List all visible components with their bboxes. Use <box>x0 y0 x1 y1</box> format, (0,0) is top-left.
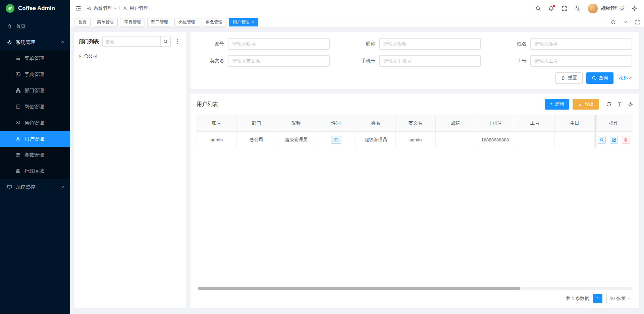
pagination: 共 1 条数据 1 10 条/页 <box>197 294 633 303</box>
notification-button[interactable] <box>548 6 554 11</box>
filter-grid: 账号 昵称 姓名 英文名 <box>198 38 632 67</box>
tabbar-controls <box>611 20 640 25</box>
query-button[interactable]: 查询 <box>586 72 613 84</box>
col-birthday: 生日 <box>555 115 595 132</box>
refresh-table-button[interactable] <box>606 102 611 107</box>
table-row: admin 总公司 超级管理员 男 超级管理员 admin 1888888888… <box>197 132 633 148</box>
sidebar-group-monitor[interactable]: 系统监控 <box>0 179 70 195</box>
col-nickname: 昵称 <box>276 115 316 132</box>
col-operations: 操作 <box>595 115 633 132</box>
tab-role-mgmt[interactable]: 角色管理 <box>202 18 226 26</box>
page: Coffee Admin 首页 系统管理 <box>0 0 644 314</box>
home-icon <box>7 23 12 29</box>
caret-right-icon[interactable] <box>79 55 81 58</box>
export-button[interactable]: 导出 <box>573 99 599 110</box>
col-name: 姓名 <box>356 115 396 132</box>
field-phone: 手机号 <box>349 55 481 67</box>
tab-dept-mgmt[interactable]: 部门管理 <box>147 18 172 26</box>
user-list-header: 用户列表 + 新增 导出 <box>197 99 633 110</box>
work-no-input[interactable] <box>530 55 632 67</box>
divider <box>631 20 631 25</box>
topbar: 系统管理 / 用户管理 <box>70 0 644 17</box>
tab-home[interactable]: 首页 <box>74 18 91 26</box>
collapse-filter-link[interactable]: 收起 <box>619 75 632 81</box>
menu-fold-button[interactable] <box>75 5 82 11</box>
more-options-icon[interactable]: ⋮ <box>174 38 181 45</box>
name-input[interactable] <box>530 38 632 50</box>
row-height-button[interactable] <box>617 102 622 107</box>
close-icon[interactable]: × <box>252 20 254 24</box>
app-logo: Coffee Admin <box>0 0 70 17</box>
account-input[interactable] <box>228 38 330 50</box>
field-work-no: 工号 <box>500 55 632 67</box>
tree-node-root[interactable]: 总公司 <box>79 52 181 61</box>
sidebar-item-region-mgmt[interactable]: 行政区域 <box>0 163 70 179</box>
gender-badge: 男 <box>331 136 341 144</box>
department-panel-header: 部门列表 ⋮ <box>79 37 181 47</box>
breadcrumb-system[interactable]: 系统管理 <box>87 5 116 11</box>
sidebar-item-param-mgmt[interactable]: 参数管理 <box>0 147 70 163</box>
english-name-input[interactable] <box>228 55 330 67</box>
badge-icon <box>15 104 21 109</box>
tab-menu-mgmt[interactable]: 菜单管理 <box>93 18 118 26</box>
sidebar-item-dict-mgmt[interactable]: 字典管理 <box>0 66 70 82</box>
table-empty-space <box>197 148 633 287</box>
nickname-input[interactable] <box>379 38 481 50</box>
cell-nickname: 超级管理员 <box>276 132 316 148</box>
sidebar-item-user-mgmt[interactable]: 用户管理 <box>0 131 70 147</box>
chevron-down-icon <box>628 297 630 299</box>
page-1-button[interactable]: 1 <box>593 294 602 303</box>
main-area: 系统管理 / 用户管理 <box>70 0 644 314</box>
breadcrumb-separator: / <box>119 6 120 11</box>
settings-button[interactable] <box>632 6 637 11</box>
sidebar-item-menu-mgmt[interactable]: 菜单管理 <box>0 50 70 66</box>
field-nickname: 昵称 <box>349 38 481 50</box>
department-search-button[interactable] <box>160 37 170 46</box>
col-gender: 性别 <box>316 115 356 132</box>
col-english-name: 英文名 <box>395 115 435 132</box>
reset-button[interactable]: 重置 <box>555 72 583 84</box>
cell-email <box>435 132 475 148</box>
user-menu[interactable]: 超级管理员 <box>588 4 624 13</box>
content-fullscreen-button[interactable] <box>635 20 640 25</box>
col-email: 邮箱 <box>435 115 475 132</box>
chevron-up-icon <box>61 41 64 44</box>
sidebar-item-role-mgmt[interactable]: 角色管理 <box>0 115 70 131</box>
cell-birthday <box>555 132 595 148</box>
sidebar-group-system[interactable]: 系统管理 <box>0 34 70 50</box>
sidebar-item-post-mgmt[interactable]: 岗位管理 <box>0 99 70 115</box>
field-english-name: 英文名 <box>198 55 330 67</box>
tab-dict-mgmt[interactable]: 字典管理 <box>120 18 145 26</box>
col-phone: 手机号 <box>475 115 515 132</box>
bank-icon <box>15 168 21 174</box>
delete-row-button[interactable] <box>622 136 630 144</box>
tab-actions-dropdown[interactable] <box>624 21 627 23</box>
filter-panel: 账号 昵称 姓名 英文名 <box>191 32 639 89</box>
add-user-button[interactable]: + 新增 <box>545 99 569 110</box>
phone-input[interactable] <box>379 55 481 67</box>
translate-button[interactable] <box>575 5 581 11</box>
coffee-logo-icon <box>5 4 15 13</box>
table-header-row: 账号 部门 昵称 性别 姓名 英文名 邮箱 手机号 工号 生日 操作 <box>197 115 633 132</box>
edit-row-button[interactable] <box>610 136 618 144</box>
sidebar-submenu-system: 菜单管理 字典管理 部门管理 <box>0 50 70 179</box>
tab-post-mgmt[interactable]: 岗位管理 <box>174 18 199 26</box>
tab-user-mgmt[interactable]: 用户管理 × <box>229 18 258 26</box>
page-size-select[interactable]: 10 条/页 <box>606 294 633 303</box>
department-search-input[interactable] <box>103 37 160 46</box>
sidebar-item-home[interactable]: 首页 <box>0 18 70 34</box>
col-department: 部门 <box>236 115 276 132</box>
cell-phone: 18888888888 <box>475 132 515 148</box>
view-row-button[interactable] <box>598 136 606 144</box>
horizontal-scrollbar-thumb[interactable] <box>198 287 520 290</box>
department-tree: 总公司 <box>79 52 181 61</box>
chevron-down-icon <box>114 7 116 9</box>
search-button[interactable] <box>535 6 541 11</box>
divider <box>620 20 620 25</box>
list-icon <box>15 56 21 61</box>
filter-actions: 重置 查询 收起 <box>198 72 632 84</box>
column-settings-button[interactable] <box>628 102 633 107</box>
refresh-tab-button[interactable] <box>611 20 616 25</box>
fullscreen-button[interactable] <box>561 6 567 11</box>
sidebar-item-dept-mgmt[interactable]: 部门管理 <box>0 82 70 99</box>
